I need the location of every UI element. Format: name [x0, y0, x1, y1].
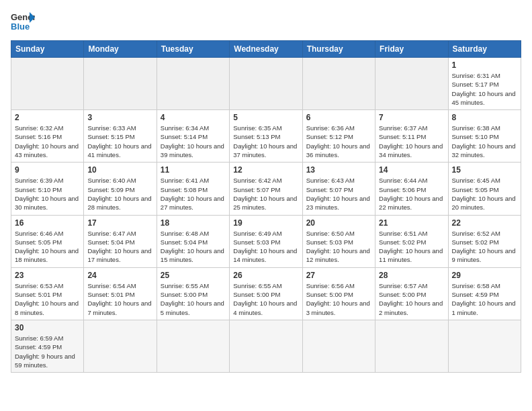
day-cell: 20Sunrise: 6:50 AM Sunset: 5:03 PM Dayli…: [302, 215, 375, 267]
day-number: 22: [452, 218, 517, 228]
weekday-sunday: Sunday: [11, 41, 84, 58]
day-info: Sunrise: 6:54 AM Sunset: 5:01 PM Dayligh…: [87, 281, 152, 317]
week-row-3: 16Sunrise: 6:46 AM Sunset: 5:05 PM Dayli…: [11, 215, 521, 267]
svg-text:Blue: Blue: [11, 21, 30, 32]
day-cell: 11Sunrise: 6:41 AM Sunset: 5:08 PM Dayli…: [157, 163, 229, 215]
day-info: Sunrise: 6:38 AM Sunset: 5:10 PM Dayligh…: [452, 124, 517, 159]
day-info: Sunrise: 6:40 AM Sunset: 5:09 PM Dayligh…: [87, 176, 152, 212]
day-number: 27: [306, 271, 371, 280]
day-number: 17: [87, 218, 152, 228]
day-info: Sunrise: 6:51 AM Sunset: 5:02 PM Dayligh…: [379, 229, 444, 265]
logo-icon: General Blue: [11, 11, 35, 32]
day-cell: 19Sunrise: 6:49 AM Sunset: 5:03 PM Dayli…: [230, 215, 302, 267]
day-cell: [302, 58, 375, 110]
day-info: Sunrise: 6:52 AM Sunset: 5:02 PM Dayligh…: [452, 229, 517, 265]
weekday-wednesday: Wednesday: [230, 41, 302, 58]
day-info: Sunrise: 6:57 AM Sunset: 5:00 PM Dayligh…: [379, 281, 444, 317]
day-info: Sunrise: 6:44 AM Sunset: 5:06 PM Dayligh…: [379, 176, 444, 212]
day-cell: 26Sunrise: 6:55 AM Sunset: 5:00 PM Dayli…: [230, 267, 302, 320]
day-number: 14: [379, 165, 444, 175]
day-cell: 22Sunrise: 6:52 AM Sunset: 5:02 PM Dayli…: [448, 215, 521, 267]
day-cell: [157, 320, 229, 372]
day-cell: 2Sunrise: 6:32 AM Sunset: 5:16 PM Daylig…: [11, 110, 84, 163]
day-number: 30: [15, 323, 80, 332]
day-info: Sunrise: 6:49 AM Sunset: 5:03 PM Dayligh…: [233, 229, 298, 265]
day-info: Sunrise: 6:47 AM Sunset: 5:04 PM Dayligh…: [87, 229, 152, 265]
day-info: Sunrise: 6:36 AM Sunset: 5:12 PM Dayligh…: [306, 124, 371, 159]
day-number: 10: [87, 165, 152, 175]
week-row-4: 23Sunrise: 6:53 AM Sunset: 5:01 PM Dayli…: [11, 267, 521, 320]
day-number: 5: [233, 113, 298, 122]
weekday-saturday: Saturday: [448, 41, 521, 58]
day-cell: [84, 58, 157, 110]
day-info: Sunrise: 6:37 AM Sunset: 5:11 PM Dayligh…: [379, 124, 444, 159]
day-number: 4: [161, 113, 226, 122]
day-cell: [230, 320, 302, 372]
day-cell: 24Sunrise: 6:54 AM Sunset: 5:01 PM Dayli…: [84, 267, 157, 320]
day-info: Sunrise: 6:39 AM Sunset: 5:10 PM Dayligh…: [15, 176, 80, 212]
weekday-tuesday: Tuesday: [157, 41, 229, 58]
day-number: 25: [161, 271, 226, 280]
day-info: Sunrise: 6:46 AM Sunset: 5:05 PM Dayligh…: [15, 229, 80, 265]
day-cell: 5Sunrise: 6:35 AM Sunset: 5:13 PM Daylig…: [230, 110, 302, 163]
page-header: General Blue: [11, 11, 521, 32]
day-number: 24: [87, 271, 152, 280]
day-cell: 14Sunrise: 6:44 AM Sunset: 5:06 PM Dayli…: [375, 163, 448, 215]
day-number: 21: [379, 218, 444, 228]
day-cell: [448, 320, 521, 372]
day-number: 29: [452, 271, 517, 280]
day-info: Sunrise: 6:45 AM Sunset: 5:05 PM Dayligh…: [452, 176, 517, 212]
day-number: 18: [161, 218, 226, 228]
day-number: 6: [306, 113, 371, 122]
day-number: 13: [306, 165, 371, 175]
weekday-thursday: Thursday: [302, 41, 375, 58]
weekday-monday: Monday: [84, 41, 157, 58]
day-info: Sunrise: 6:58 AM Sunset: 4:59 PM Dayligh…: [452, 281, 517, 317]
day-info: Sunrise: 6:42 AM Sunset: 5:07 PM Dayligh…: [233, 176, 298, 212]
week-row-0: 1Sunrise: 6:31 AM Sunset: 5:17 PM Daylig…: [11, 58, 521, 110]
day-cell: 17Sunrise: 6:47 AM Sunset: 5:04 PM Dayli…: [84, 215, 157, 267]
day-cell: 10Sunrise: 6:40 AM Sunset: 5:09 PM Dayli…: [84, 163, 157, 215]
day-cell: 23Sunrise: 6:53 AM Sunset: 5:01 PM Dayli…: [11, 267, 84, 320]
day-info: Sunrise: 6:32 AM Sunset: 5:16 PM Dayligh…: [15, 124, 80, 159]
day-number: 20: [306, 218, 371, 228]
day-info: Sunrise: 6:43 AM Sunset: 5:07 PM Dayligh…: [306, 176, 371, 212]
day-cell: 21Sunrise: 6:51 AM Sunset: 5:02 PM Dayli…: [375, 215, 448, 267]
day-cell: 12Sunrise: 6:42 AM Sunset: 5:07 PM Dayli…: [230, 163, 302, 215]
day-info: Sunrise: 6:59 AM Sunset: 4:59 PM Dayligh…: [15, 334, 80, 369]
day-cell: 4Sunrise: 6:34 AM Sunset: 5:14 PM Daylig…: [157, 110, 229, 163]
day-info: Sunrise: 6:41 AM Sunset: 5:08 PM Dayligh…: [161, 176, 226, 212]
day-cell: 30Sunrise: 6:59 AM Sunset: 4:59 PM Dayli…: [11, 320, 84, 372]
week-row-1: 2Sunrise: 6:32 AM Sunset: 5:16 PM Daylig…: [11, 110, 521, 163]
day-cell: 3Sunrise: 6:33 AM Sunset: 5:15 PM Daylig…: [84, 110, 157, 163]
day-cell: 16Sunrise: 6:46 AM Sunset: 5:05 PM Dayli…: [11, 215, 84, 267]
day-cell: [157, 58, 229, 110]
day-info: Sunrise: 6:33 AM Sunset: 5:15 PM Dayligh…: [87, 124, 152, 159]
day-number: 28: [379, 271, 444, 280]
day-number: 9: [15, 165, 80, 175]
day-info: Sunrise: 6:55 AM Sunset: 5:00 PM Dayligh…: [161, 281, 226, 317]
day-cell: 15Sunrise: 6:45 AM Sunset: 5:05 PM Dayli…: [448, 163, 521, 215]
day-cell: 29Sunrise: 6:58 AM Sunset: 4:59 PM Dayli…: [448, 267, 521, 320]
day-cell: [84, 320, 157, 372]
day-cell: 27Sunrise: 6:56 AM Sunset: 5:00 PM Dayli…: [302, 267, 375, 320]
day-number: 8: [452, 113, 517, 122]
day-cell: 7Sunrise: 6:37 AM Sunset: 5:11 PM Daylig…: [375, 110, 448, 163]
calendar-table: SundayMondayTuesdayWednesdayThursdayFrid…: [11, 40, 521, 373]
day-number: 1: [452, 60, 517, 70]
day-number: 11: [161, 165, 226, 175]
day-cell: [375, 58, 448, 110]
week-row-5: 30Sunrise: 6:59 AM Sunset: 4:59 PM Dayli…: [11, 320, 521, 372]
day-cell: [11, 58, 84, 110]
logo: General Blue: [11, 11, 35, 32]
day-number: 7: [379, 113, 444, 122]
day-info: Sunrise: 6:34 AM Sunset: 5:14 PM Dayligh…: [161, 124, 226, 159]
day-number: 3: [87, 113, 152, 122]
day-cell: [375, 320, 448, 372]
day-cell: 28Sunrise: 6:57 AM Sunset: 5:00 PM Dayli…: [375, 267, 448, 320]
weekday-header-row: SundayMondayTuesdayWednesdayThursdayFrid…: [11, 41, 521, 58]
day-cell: 6Sunrise: 6:36 AM Sunset: 5:12 PM Daylig…: [302, 110, 375, 163]
day-cell: 8Sunrise: 6:38 AM Sunset: 5:10 PM Daylig…: [448, 110, 521, 163]
day-cell: [302, 320, 375, 372]
day-number: 26: [233, 271, 298, 280]
